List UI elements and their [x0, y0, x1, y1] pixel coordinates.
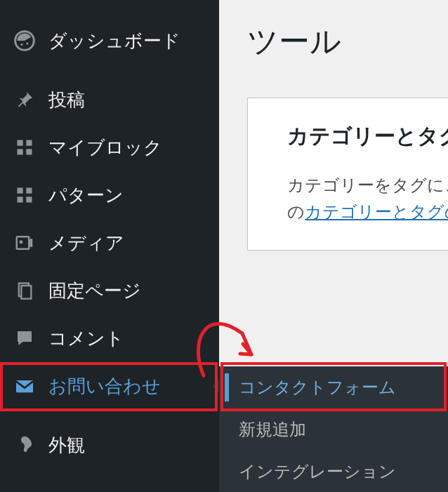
submenu-item-label: コンタクトフォーム [239, 376, 396, 399]
sidebar-item-label: パターン [48, 183, 124, 208]
pin-icon [11, 86, 39, 114]
submenu-item-label: 新規追加 [239, 418, 306, 441]
sidebar-item-contact[interactable]: お問い合わせ [0, 362, 219, 410]
submenu-item-integration[interactable]: インテグレーション [219, 451, 448, 492]
svg-rect-5 [18, 149, 23, 154]
media-icon [11, 229, 39, 257]
sidebar-item-patterns[interactable]: パターン [0, 171, 219, 219]
sidebar-item-label: 固定ページ [48, 279, 141, 303]
svg-rect-10 [26, 197, 32, 202]
submenu-item-label: インテグレーション [239, 460, 396, 483]
svg-rect-7 [18, 188, 23, 194]
tools-panel: カテゴリーとタグ カテゴリーをタグに、 のカテゴリーとタグの [247, 98, 448, 251]
submenu-item-add-new[interactable]: 新規追加 [219, 408, 448, 451]
comment-icon [11, 324, 39, 352]
svg-rect-8 [26, 188, 32, 194]
svg-rect-9 [18, 197, 23, 202]
svg-point-12 [20, 240, 23, 244]
svg-point-2 [20, 44, 22, 46]
grid-icon [11, 133, 39, 161]
dashboard-icon [11, 27, 39, 55]
svg-rect-11 [17, 237, 29, 249]
grid-icon [11, 181, 39, 209]
sidebar-item-label: 投稿 [48, 88, 85, 112]
sidebar-item-posts[interactable]: 投稿 [0, 76, 219, 124]
sidebar-item-pages[interactable]: 固定ページ [0, 267, 219, 314]
sidebar-item-myblock[interactable]: マイブロック [0, 124, 219, 171]
brush-icon [11, 431, 39, 459]
pages-icon [11, 277, 39, 305]
panel-text: カテゴリーをタグに、 のカテゴリーとタグの [287, 172, 448, 226]
svg-rect-3 [18, 140, 23, 146]
submenu-item-contact-form[interactable]: コンタクトフォーム [219, 366, 448, 408]
page-title: ツール [247, 21, 448, 62]
panel-text-line1: カテゴリーをタグに、 [287, 175, 448, 194]
sidebar-item-label: コメント [48, 326, 124, 351]
sidebar-item-appearance[interactable]: 外観 [0, 421, 219, 469]
sidebar-item-label: マイブロック [48, 135, 162, 160]
admin-sidebar: ダッシュボード 投稿 マイブロック パターン メディア 固定ページ [0, 0, 219, 492]
sidebar-item-label: お問い合わせ [48, 374, 161, 399]
sidebar-item-label: メディア [48, 231, 124, 255]
sidebar-item-label: ダッシュボード [48, 29, 180, 53]
sidebar-item-comments[interactable]: コメント [0, 314, 219, 362]
panel-text-line2-prefix: の [287, 202, 305, 221]
svg-rect-14 [21, 286, 31, 299]
panel-link[interactable]: カテゴリーとタグの [305, 202, 448, 221]
sidebar-submenu-contact: コンタクトフォーム 新規追加 インテグレーション [219, 366, 448, 492]
sidebar-item-media[interactable]: メディア [0, 219, 219, 267]
svg-rect-4 [26, 140, 32, 146]
panel-heading: カテゴリーとタグ [287, 122, 448, 151]
svg-rect-6 [26, 149, 32, 154]
svg-point-1 [26, 42, 28, 44]
sidebar-item-dashboard[interactable]: ダッシュボード [0, 17, 219, 65]
sidebar-item-label: 外観 [48, 433, 85, 458]
mail-icon [11, 372, 39, 400]
